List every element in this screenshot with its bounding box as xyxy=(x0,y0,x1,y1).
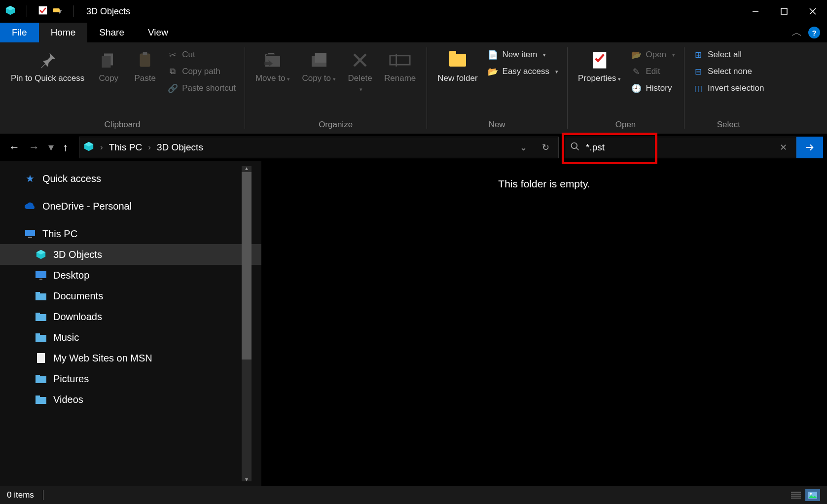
sidebar-item-onedrive[interactable]: OneDrive - Personal xyxy=(0,196,261,216)
cloud-icon xyxy=(24,200,36,213)
search-box[interactable]: *.pst ✕ xyxy=(565,137,796,158)
group-new-label: New xyxy=(432,118,561,133)
svg-rect-33 xyxy=(36,335,46,342)
breadcrumb-current[interactable]: 3D Objects xyxy=(157,142,203,153)
scroll-thumb[interactable] xyxy=(242,172,252,360)
svg-rect-27 xyxy=(36,271,46,278)
menubar: File Home Share View ︿ ? xyxy=(0,23,827,42)
sidebar-item-documents[interactable]: Documents xyxy=(0,286,261,306)
group-select: ⊞Select all ⊟Select none ◫Invert selecti… xyxy=(684,42,773,134)
tab-file[interactable]: File xyxy=(0,23,39,42)
cube-icon xyxy=(35,248,47,261)
tab-home[interactable]: Home xyxy=(39,23,88,42)
svg-rect-4 xyxy=(781,8,787,14)
paste-shortcut-button[interactable]: 🔗Paste shortcut xyxy=(164,82,239,95)
svg-rect-34 xyxy=(36,333,40,336)
tab-view[interactable]: View xyxy=(136,23,180,42)
close-button[interactable] xyxy=(798,0,827,23)
search-submit-button[interactable] xyxy=(796,137,823,158)
invert-selection-button[interactable]: ◫Invert selection xyxy=(690,82,767,95)
svg-rect-32 xyxy=(36,313,40,315)
location-icon xyxy=(83,141,94,154)
group-clipboard: Pin to Quick access Copy Paste ✂Cut ⧉Cop… xyxy=(0,42,245,134)
back-button[interactable]: ← xyxy=(9,141,20,154)
search-input[interactable]: *.pst xyxy=(586,142,605,153)
copy-to-button[interactable]: Copy to▾ xyxy=(297,46,341,86)
sidebar-item-quick-access[interactable]: ★ Quick access xyxy=(0,168,261,189)
svg-point-45 xyxy=(810,493,812,495)
content-pane: This folder is empty. xyxy=(261,161,827,486)
sidebar-item-my-web-sites[interactable]: My Web Sites on MSN xyxy=(0,348,261,368)
sidebar-item-this-pc[interactable]: This PC xyxy=(0,223,261,244)
svg-rect-23 xyxy=(25,230,35,236)
pc-icon xyxy=(24,227,36,240)
svg-point-21 xyxy=(572,143,577,148)
sidebar-item-desktop[interactable]: Desktop xyxy=(0,265,261,286)
svg-rect-38 xyxy=(36,397,46,404)
svg-line-22 xyxy=(576,147,579,150)
easy-access-button[interactable]: 📂Easy access▾ xyxy=(485,65,561,78)
svg-rect-36 xyxy=(36,376,46,383)
help-icon[interactable]: ? xyxy=(808,27,820,38)
sidebar-item-downloads[interactable]: Downloads xyxy=(0,306,261,327)
refresh-button[interactable]: ↻ xyxy=(537,142,554,153)
properties-button[interactable]: Properties▾ xyxy=(573,46,626,86)
select-none-button[interactable]: ⊟Select none xyxy=(690,65,767,78)
svg-rect-8 xyxy=(102,56,111,68)
pin-to-quick-access-button[interactable]: Pin to Quick access xyxy=(6,46,89,86)
forward-button[interactable]: → xyxy=(29,141,39,154)
delete-button[interactable]: Delete▾ xyxy=(343,46,377,97)
copy-button[interactable]: Copy xyxy=(91,46,126,86)
recent-locations-button[interactable]: ▾ xyxy=(48,141,54,154)
scroll-down-icon[interactable]: ▾ xyxy=(242,475,252,483)
folder-icon xyxy=(35,331,47,344)
breadcrumb-root[interactable]: This PC xyxy=(109,142,143,153)
thumbnails-view-button[interactable] xyxy=(805,489,820,501)
address-bar: ← → ▾ ↑ › This PC › 3D Objects ⌄ ↻ *.pst… xyxy=(0,134,827,161)
group-select-label: Select xyxy=(690,118,767,133)
qat-checklist-icon[interactable] xyxy=(38,5,48,18)
chevron-right-icon[interactable]: › xyxy=(147,143,152,152)
new-item-button[interactable]: 📄New item▾ xyxy=(485,48,561,61)
svg-rect-37 xyxy=(36,375,40,377)
status-item-count: 0 items xyxy=(7,490,34,500)
maximize-button[interactable] xyxy=(770,0,798,23)
scroll-up-icon[interactable]: ▴ xyxy=(242,164,252,172)
history-button[interactable]: 🕘History xyxy=(628,82,678,95)
copy-path-button[interactable]: ⧉Copy path xyxy=(164,65,239,78)
minimize-button[interactable] xyxy=(741,0,770,23)
clear-search-button[interactable]: ✕ xyxy=(776,142,791,153)
svg-rect-29 xyxy=(36,293,46,300)
svg-rect-13 xyxy=(315,53,326,63)
details-view-button[interactable] xyxy=(789,489,803,501)
cut-button[interactable]: ✂Cut xyxy=(164,48,239,61)
rename-button[interactable]: Rename xyxy=(379,46,421,86)
sidebar-item-pictures[interactable]: Pictures xyxy=(0,368,261,389)
search-icon xyxy=(570,142,580,154)
folder-icon xyxy=(35,393,47,406)
svg-rect-24 xyxy=(28,237,32,238)
up-button[interactable]: ↑ xyxy=(63,141,68,154)
status-divider xyxy=(43,490,43,500)
collapse-ribbon-icon[interactable]: ︿ xyxy=(791,25,802,40)
new-folder-button[interactable]: New folder xyxy=(432,46,482,86)
svg-rect-16 xyxy=(390,56,410,65)
sidebar-item-videos[interactable]: Videos xyxy=(0,389,261,410)
nav-sidebar: ★ Quick access OneDrive - Personal This … xyxy=(0,161,261,486)
breadcrumb-bar[interactable]: › This PC › 3D Objects ⌄ ↻ xyxy=(79,137,559,158)
folder-icon xyxy=(35,372,47,385)
breadcrumb-dropdown[interactable]: ⌄ xyxy=(515,142,532,153)
move-to-button[interactable]: Move to▾ xyxy=(251,46,295,86)
select-all-button[interactable]: ⊞Select all xyxy=(690,48,767,61)
sidebar-item-music[interactable]: Music xyxy=(0,327,261,348)
chevron-right-icon[interactable]: › xyxy=(99,143,104,152)
paste-button[interactable]: Paste xyxy=(128,46,162,86)
edit-button[interactable]: ✎Edit xyxy=(628,65,678,78)
sidebar-scrollbar[interactable]: ▴ ▾ xyxy=(242,166,252,481)
app-icon xyxy=(5,5,16,18)
sidebar-item-3d-objects[interactable]: 3D Objects xyxy=(0,244,261,265)
svg-rect-30 xyxy=(36,292,40,294)
tab-share[interactable]: Share xyxy=(87,23,136,42)
open-button[interactable]: 📂Open▾ xyxy=(628,48,678,61)
folder-icon xyxy=(35,289,47,302)
